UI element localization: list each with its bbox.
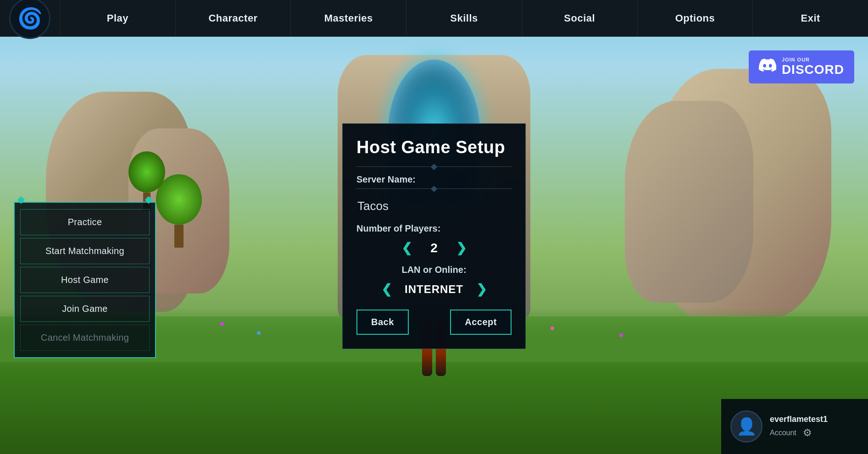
players-row: ❮ 2 ❯ bbox=[356, 238, 512, 257]
server-name-input[interactable] bbox=[356, 196, 512, 216]
network-next-button[interactable]: ❯ bbox=[473, 280, 490, 299]
network-prev-button[interactable]: ❮ bbox=[378, 280, 395, 299]
accept-button[interactable]: Accept bbox=[450, 310, 512, 335]
modal-title: Host Game Setup bbox=[356, 138, 512, 157]
network-value: INTERNET bbox=[405, 283, 463, 296]
network-row: ❮ INTERNET ❯ bbox=[356, 280, 512, 299]
network-label: LAN or Online: bbox=[356, 265, 512, 275]
modal-divider-2 bbox=[356, 188, 512, 189]
host-game-setup-modal: Host Game Setup Server Name: Number of P… bbox=[342, 123, 526, 349]
players-increase-button[interactable]: ❯ bbox=[452, 238, 470, 257]
players-label: Number of Players: bbox=[356, 223, 512, 234]
back-button[interactable]: Back bbox=[356, 310, 409, 335]
modal-divider-1 bbox=[356, 166, 512, 167]
server-name-label: Server Name: bbox=[356, 174, 512, 185]
modal-overlay: Host Game Setup Server Name: Number of P… bbox=[0, 0, 868, 454]
players-decrease-button[interactable]: ❮ bbox=[398, 238, 416, 257]
modal-buttons: Back Accept bbox=[356, 310, 512, 335]
players-value: 2 bbox=[425, 241, 443, 255]
